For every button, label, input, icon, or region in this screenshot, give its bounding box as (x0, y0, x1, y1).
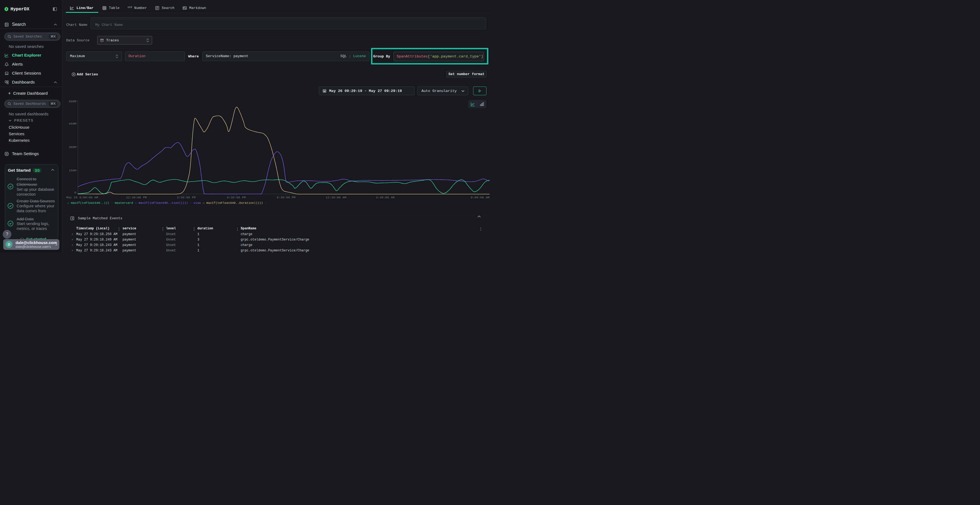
svg-text:150M: 150M (68, 169, 76, 172)
svg-text:9:00:00 AM: 9:00:00 AM (471, 195, 490, 199)
svg-text:May 26 9:00:00 AM: May 26 9:00:00 AM (66, 195, 98, 199)
svg-text:450M: 450M (68, 122, 76, 125)
svg-text:0: 0 (74, 191, 76, 194)
svg-text:12:30:00 PM: 12:30:00 PM (126, 195, 147, 199)
svg-text:12:30:00 AM: 12:30:00 AM (326, 195, 346, 199)
svg-text:600M: 600M (68, 100, 76, 103)
svg-text:300M: 300M (68, 145, 76, 149)
svg-text:6:30:00 PM: 6:30:00 PM (227, 195, 245, 199)
svg-text:3:30:00 PM: 3:30:00 PM (177, 195, 196, 199)
svg-text:3:30:00 AM: 3:30:00 AM (375, 195, 395, 199)
svg-text:9:30:00 PM: 9:30:00 PM (277, 195, 295, 199)
